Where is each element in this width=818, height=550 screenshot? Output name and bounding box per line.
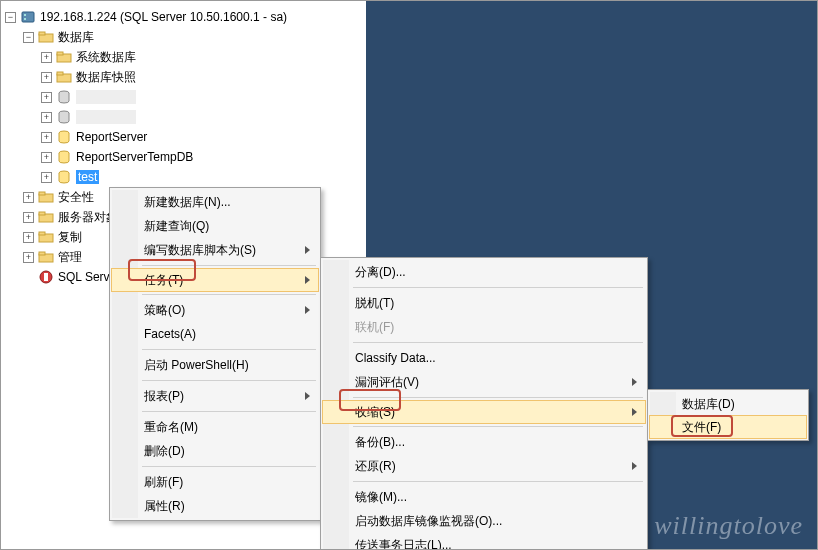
menu-item-vulnerability[interactable]: 漏洞评估(V)	[323, 370, 645, 394]
submenu-tasks: 分离(D)... 脱机(T) 联机(F) Classify Data... 漏洞…	[320, 257, 648, 550]
tree-toggle[interactable]: +	[41, 172, 52, 183]
folder-icon	[38, 189, 54, 205]
server-label[interactable]: 192.168.1.224 (SQL Server 10.50.1600.1 -…	[40, 10, 287, 24]
menu-separator	[353, 342, 643, 343]
server-icon	[20, 9, 36, 25]
menu-item-policy[interactable]: 策略(O)	[112, 298, 318, 322]
menu-item-tasks[interactable]: 任务(T)	[111, 268, 319, 292]
menu-item-properties[interactable]: 属性(R)	[112, 494, 318, 518]
tree-label[interactable]: 安全性	[58, 189, 94, 206]
svg-point-1	[24, 14, 26, 16]
menu-separator	[142, 466, 316, 467]
tree-toggle[interactable]: +	[23, 192, 34, 203]
tree-label[interactable]	[76, 110, 136, 124]
menu-item-ship-log[interactable]: 传送事务日志(L)...	[323, 533, 645, 550]
menu-separator	[142, 411, 316, 412]
tree-label-databases[interactable]: 数据库	[58, 29, 94, 46]
sql-agent-icon	[38, 269, 54, 285]
watermark: willingtolove	[654, 511, 803, 541]
tree-toggle[interactable]: +	[41, 52, 52, 63]
chevron-right-icon	[305, 306, 310, 314]
chevron-right-icon	[305, 246, 310, 254]
tree-label[interactable]	[76, 90, 136, 104]
svg-rect-23	[44, 273, 48, 281]
database-icon	[56, 109, 72, 125]
menu-separator	[142, 380, 316, 381]
tree-toggle[interactable]: +	[41, 92, 52, 103]
folder-icon	[56, 69, 72, 85]
menu-item-delete[interactable]: 删除(D)	[112, 439, 318, 463]
tree-label[interactable]: ReportServerTempDB	[76, 150, 193, 164]
tree-toggle[interactable]: +	[23, 232, 34, 243]
menu-item-facets[interactable]: Facets(A)	[112, 322, 318, 346]
svg-rect-21	[39, 252, 45, 255]
tree-toggle[interactable]: +	[41, 152, 52, 163]
menu-item-script-database[interactable]: 编写数据库脚本为(S)	[112, 238, 318, 262]
svg-rect-15	[39, 192, 45, 195]
tree-toggle[interactable]: −	[23, 32, 34, 43]
svg-rect-8	[57, 72, 63, 75]
menu-item-shrink-file[interactable]: 文件(F)	[649, 415, 807, 439]
tree-label[interactable]: ReportServer	[76, 130, 147, 144]
chevron-right-icon	[305, 276, 310, 284]
menu-item-backup[interactable]: 备份(B)...	[323, 430, 645, 454]
menu-separator	[142, 294, 316, 295]
menu-item-reports[interactable]: 报表(P)	[112, 384, 318, 408]
tree-toggle[interactable]: −	[5, 12, 16, 23]
menu-separator	[353, 397, 643, 398]
menu-item-refresh[interactable]: 刷新(F)	[112, 470, 318, 494]
folder-icon	[38, 229, 54, 245]
svg-point-2	[24, 18, 26, 20]
context-menu-database: 新建数据库(N)... 新建查询(Q) 编写数据库脚本为(S) 任务(T) 策略…	[109, 187, 321, 521]
database-icon	[56, 149, 72, 165]
menu-item-new-query[interactable]: 新建查询(Q)	[112, 214, 318, 238]
tree-toggle[interactable]: +	[23, 252, 34, 263]
tree-toggle[interactable]: +	[41, 112, 52, 123]
tree-toggle[interactable]: +	[41, 132, 52, 143]
chevron-right-icon	[305, 392, 310, 400]
svg-rect-17	[39, 212, 45, 215]
menu-item-offline[interactable]: 脱机(T)	[323, 291, 645, 315]
folder-icon	[38, 29, 54, 45]
menu-item-detach[interactable]: 分离(D)...	[323, 260, 645, 284]
svg-rect-19	[39, 232, 45, 235]
svg-rect-6	[57, 52, 63, 55]
menu-separator	[353, 287, 643, 288]
tree-toggle[interactable]: +	[23, 212, 34, 223]
menu-item-new-database[interactable]: 新建数据库(N)...	[112, 190, 318, 214]
database-icon	[56, 89, 72, 105]
menu-item-powershell[interactable]: 启动 PowerShell(H)	[112, 353, 318, 377]
folder-icon	[56, 49, 72, 65]
tree-label[interactable]: 管理	[58, 249, 82, 266]
folder-icon	[38, 249, 54, 265]
database-icon	[56, 129, 72, 145]
submenu-shrink: 数据库(D) 文件(F)	[647, 389, 809, 441]
menu-item-rename[interactable]: 重命名(M)	[112, 415, 318, 439]
menu-separator	[142, 349, 316, 350]
menu-separator	[353, 481, 643, 482]
menu-item-online: 联机(F)	[323, 315, 645, 339]
tree-toggle[interactable]: +	[41, 72, 52, 83]
menu-item-restore[interactable]: 还原(R)	[323, 454, 645, 478]
chevron-right-icon	[632, 408, 637, 416]
svg-rect-4	[39, 32, 45, 35]
database-icon	[56, 169, 72, 185]
menu-separator	[142, 265, 316, 266]
menu-item-shrink[interactable]: 收缩(S)	[322, 400, 646, 424]
menu-item-shrink-database[interactable]: 数据库(D)	[650, 392, 806, 416]
menu-separator	[353, 426, 643, 427]
menu-item-classify-data[interactable]: Classify Data...	[323, 346, 645, 370]
tree-label-selected[interactable]: test	[76, 170, 99, 184]
chevron-right-icon	[632, 462, 637, 470]
tree-label[interactable]: 复制	[58, 229, 82, 246]
tree-label[interactable]: 数据库快照	[76, 69, 136, 86]
chevron-right-icon	[632, 378, 637, 386]
tree-label[interactable]: 系统数据库	[76, 49, 136, 66]
menu-item-mirror-monitor[interactable]: 启动数据库镜像监视器(O)...	[323, 509, 645, 533]
svg-rect-0	[22, 12, 34, 22]
menu-item-mirror[interactable]: 镜像(M)...	[323, 485, 645, 509]
folder-icon	[38, 209, 54, 225]
